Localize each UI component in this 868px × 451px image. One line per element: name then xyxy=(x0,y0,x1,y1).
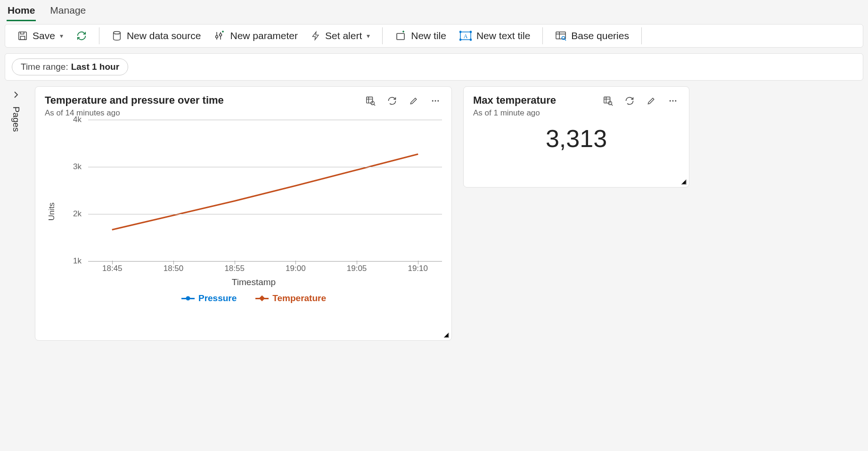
x-tick-label: 19:00 xyxy=(286,264,306,273)
dashboard-canvas: Temperature and pressure over time As of… xyxy=(27,86,863,341)
resize-handle-icon[interactable] xyxy=(680,179,687,185)
x-tick-label: 18:45 xyxy=(102,264,123,273)
svg-point-8 xyxy=(459,31,461,33)
chart-series-line xyxy=(112,154,418,230)
pages-expand-button[interactable] xyxy=(10,88,22,103)
refresh-icon xyxy=(76,31,87,41)
bolt-icon xyxy=(311,31,320,41)
legend-item[interactable]: Pressure xyxy=(181,293,237,303)
stat-tile-subtitle: As of 1 minute ago xyxy=(473,108,556,118)
chevron-down-icon: ▾ xyxy=(60,32,63,40)
base-queries-button[interactable]: Base queries xyxy=(550,27,634,44)
pages-label: Pages xyxy=(11,107,21,132)
svg-rect-5 xyxy=(397,33,404,40)
set-alert-label: Set alert xyxy=(325,30,362,41)
set-alert-button[interactable]: Set alert ▾ xyxy=(306,27,375,44)
base-queries-icon xyxy=(555,31,566,41)
toolbar-separator xyxy=(99,27,99,44)
svg-point-22 xyxy=(672,100,674,102)
parameter-icon xyxy=(214,30,225,41)
y-tick-label: 2k xyxy=(73,209,82,219)
legend-label: Temperature xyxy=(272,293,326,303)
legend-label: Pressure xyxy=(198,293,237,303)
stat-tile-title: Max temperature xyxy=(473,94,556,107)
new-data-source-button[interactable]: New data source xyxy=(107,27,206,44)
resize-handle-icon[interactable] xyxy=(443,332,450,338)
new-tile-button[interactable]: New tile xyxy=(390,27,451,44)
svg-point-16 xyxy=(432,100,434,102)
x-tick-label: 19:10 xyxy=(408,264,428,273)
y-tick-label: 3k xyxy=(73,162,82,172)
top-tabs: Home Manage xyxy=(0,0,868,21)
more-tile-button[interactable] xyxy=(666,94,680,107)
new-parameter-button[interactable]: New parameter xyxy=(209,27,303,44)
new-text-tile-button[interactable]: A New text tile xyxy=(455,27,535,44)
legend-item[interactable]: Temperature xyxy=(255,293,326,303)
svg-point-4 xyxy=(220,34,222,36)
save-button[interactable]: Save ▾ xyxy=(13,27,68,44)
svg-point-23 xyxy=(675,100,676,102)
pages-gutter: Pages xyxy=(5,86,27,341)
new-text-tile-label: New text tile xyxy=(476,30,530,41)
chevron-down-icon: ▾ xyxy=(367,32,370,40)
refresh-button[interactable] xyxy=(72,28,91,44)
new-tile-label: New tile xyxy=(411,30,446,41)
stat-value: 3,313 xyxy=(473,124,680,153)
svg-point-11 xyxy=(470,39,471,41)
chart-legend: PressureTemperature xyxy=(66,293,442,303)
base-queries-label: Base queries xyxy=(571,30,629,41)
x-tick-label: 19:05 xyxy=(347,264,367,273)
y-tick-label: 1k xyxy=(73,256,82,266)
svg-rect-19 xyxy=(604,97,610,103)
chart-tile-subtitle: As of 14 minutes ago xyxy=(45,108,224,118)
svg-point-2 xyxy=(114,32,121,34)
time-range-picker[interactable]: Time range: Last 1 hour xyxy=(12,58,128,75)
y-tick-label: 4k xyxy=(73,115,82,124)
toolbar-separator xyxy=(641,27,642,44)
explore-data-button[interactable] xyxy=(601,94,614,107)
save-icon xyxy=(17,31,28,41)
svg-rect-12 xyxy=(556,32,565,39)
toolbar-separator xyxy=(382,27,383,44)
edit-tile-button[interactable] xyxy=(407,94,420,107)
chart-tile-title: Temperature and pressure over time xyxy=(45,94,224,107)
svg-rect-0 xyxy=(19,32,27,40)
stat-tile: Max temperature As of 1 minute ago xyxy=(463,86,689,188)
filter-bar: Time range: Last 1 hour xyxy=(5,53,863,81)
edit-tile-button[interactable] xyxy=(645,94,658,107)
chart-ylabel: Units xyxy=(47,203,57,221)
svg-point-10 xyxy=(459,39,461,41)
svg-point-21 xyxy=(670,100,671,102)
new-parameter-label: New parameter xyxy=(230,30,298,41)
chart-xlabel: Timestamp xyxy=(66,277,442,287)
time-range-value: Last 1 hour xyxy=(71,62,119,72)
svg-rect-1 xyxy=(20,36,25,40)
toolbar: Save ▾ New data source New parameter Set… xyxy=(5,24,863,48)
tab-manage[interactable]: Manage xyxy=(49,0,87,21)
save-label: Save xyxy=(33,30,55,41)
tab-home[interactable]: Home xyxy=(7,0,36,21)
svg-text:A: A xyxy=(464,33,468,40)
explore-data-button[interactable] xyxy=(364,94,377,107)
svg-point-9 xyxy=(470,31,471,33)
new-tile-icon xyxy=(395,30,406,41)
svg-point-3 xyxy=(216,36,218,38)
svg-point-17 xyxy=(435,100,436,102)
legend-marker-icon xyxy=(255,298,269,299)
refresh-tile-button[interactable] xyxy=(623,94,636,107)
text-tile-icon: A xyxy=(459,31,472,41)
toolbar-separator xyxy=(542,27,543,44)
chart-tile: Temperature and pressure over time As of… xyxy=(35,86,452,341)
svg-point-18 xyxy=(437,100,439,102)
legend-marker-icon xyxy=(181,298,195,299)
x-tick-label: 18:55 xyxy=(224,264,245,273)
new-data-source-label: New data source xyxy=(127,30,201,41)
x-tick-label: 18:50 xyxy=(164,264,184,273)
chart-plot: Units 4k3k2k1k 18:4518:5018:5519:0019:05… xyxy=(45,120,442,303)
time-range-label: Time range: xyxy=(21,62,68,72)
database-icon xyxy=(112,31,122,41)
svg-rect-14 xyxy=(367,97,373,103)
refresh-tile-button[interactable] xyxy=(385,94,399,107)
more-tile-button[interactable] xyxy=(429,94,442,107)
